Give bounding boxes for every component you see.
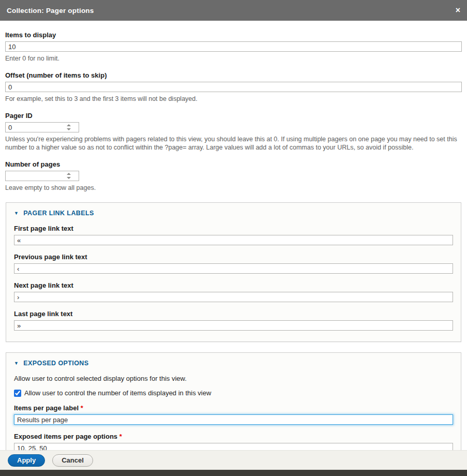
pager-id-description: Unless you're experiencing problems with… [5, 135, 462, 152]
exposed-items-options-input[interactable] [14, 443, 453, 450]
close-icon[interactable]: × [456, 6, 460, 14]
offset-field: Offset (number of items to skip) For exa… [5, 71, 462, 103]
items-per-page-label-field: Items per page label * [14, 404, 453, 425]
next-page-link-label: Next page link text [14, 281, 453, 289]
last-page-link-field: Last page link text [14, 310, 453, 331]
number-spinner-icon[interactable] [67, 124, 71, 130]
items-to-display-field: Items to display Enter 0 for no limit. [5, 31, 462, 63]
first-page-link-field: First page link text [14, 225, 453, 245]
pager-options-form: Items to display Enter 0 for no limit. O… [0, 21, 467, 450]
exposed-options-legend[interactable]: ▼ EXPOSED OPTIONS [14, 360, 453, 367]
exposed-options-fieldset: ▼ EXPOSED OPTIONS Allow user to control … [6, 352, 461, 450]
first-page-link-input[interactable] [14, 235, 453, 245]
items-to-display-label: Items to display [5, 31, 462, 39]
items-to-display-description: Enter 0 for no limit. [5, 54, 462, 63]
exposed-options-legend-text: EXPOSED OPTIONS [23, 360, 88, 367]
items-to-display-input[interactable] [5, 41, 462, 52]
number-of-pages-description: Leave empty to show all pages. [5, 184, 462, 192]
cancel-button[interactable]: Cancel [52, 454, 93, 467]
exposed-items-options-field: Exposed items per page options * Set bet… [14, 433, 453, 450]
number-of-pages-label: Number of pages [5, 160, 462, 168]
items-per-page-label-label: Items per page label * [14, 404, 453, 412]
exposed-options-intro: Allow user to control selected display o… [14, 375, 453, 382]
chevron-down-icon: ▼ [14, 211, 19, 216]
offset-description: For example, set this to 3 and the first… [5, 95, 462, 103]
previous-page-link-input[interactable] [14, 263, 453, 274]
modal-footer: Apply Cancel [0, 450, 467, 470]
exposed-items-options-label: Exposed items per page options * [14, 433, 453, 440]
modal-titlebar: Collection: Pager options × [0, 0, 467, 21]
pager-link-labels-legend[interactable]: ▼ PAGER LINK LABELS [14, 210, 453, 217]
modal-title: Collection: Pager options [7, 7, 94, 14]
items-per-page-label-input[interactable] [14, 414, 453, 425]
last-page-link-input[interactable] [14, 320, 453, 331]
required-asterisk: * [119, 433, 122, 440]
first-page-link-label: First page link text [14, 225, 453, 232]
pager-id-field: Pager ID Unless you're experiencing prob… [5, 112, 462, 152]
control-items-checkbox-row: Allow user to control the number of item… [14, 389, 453, 397]
required-asterisk: * [81, 404, 83, 412]
previous-page-link-field: Previous page link text [14, 253, 453, 274]
number-of-pages-field: Number of pages Leave empty to show all … [5, 160, 462, 192]
pager-id-label: Pager ID [5, 112, 462, 120]
pager-link-labels-fieldset: ▼ PAGER LINK LABELS First page link text… [6, 202, 461, 342]
next-page-link-field: Next page link text [14, 281, 453, 302]
number-spinner-icon[interactable] [67, 173, 71, 179]
last-page-link-label: Last page link text [14, 310, 453, 318]
next-page-link-input[interactable] [14, 292, 453, 302]
page-background-strip [0, 470, 467, 476]
pager-link-labels-legend-text: PAGER LINK LABELS [23, 210, 94, 217]
previous-page-link-label: Previous page link text [14, 253, 453, 261]
chevron-down-icon: ▼ [14, 361, 19, 366]
control-items-checkbox-label: Allow user to control the number of item… [24, 389, 211, 397]
offset-input[interactable] [5, 82, 462, 92]
apply-button[interactable]: Apply [8, 454, 45, 467]
control-items-checkbox[interactable] [14, 390, 21, 397]
offset-label: Offset (number of items to skip) [5, 71, 462, 79]
